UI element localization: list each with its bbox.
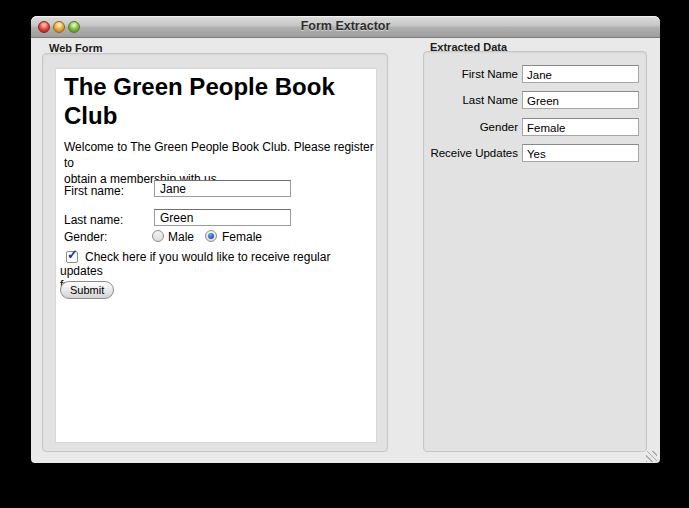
male-radio-label: Male [168, 230, 194, 244]
first-name-label: First name: [64, 184, 124, 198]
last-name-input[interactable] [154, 209, 291, 226]
last-name-result-field[interactable] [522, 91, 639, 109]
window-title: Form Extractor [31, 16, 660, 37]
checkmark-icon: ✓ [67, 248, 78, 262]
window-titlebar[interactable]: Form Extractor [31, 16, 660, 38]
extracted-row-receive-updates: Receive Updates [424, 144, 642, 162]
first-name-input[interactable] [154, 180, 291, 197]
last-name-label: Last name: [64, 213, 123, 227]
app-window: Form Extractor Web Form The Green People… [31, 16, 660, 463]
extracted-row-first-name: First Name [424, 65, 642, 83]
zoom-icon[interactable] [68, 21, 80, 33]
extracted-data-panel: First Name Last Name Gender Receive Upda… [423, 51, 647, 452]
receive-updates-result-field[interactable] [522, 144, 639, 162]
close-icon[interactable] [38, 21, 50, 33]
receive-updates-result-label: Receive Updates [424, 144, 518, 162]
web-form-panel: The Green People Book Club Welcome to Th… [42, 53, 388, 452]
minimize-icon[interactable] [53, 21, 65, 33]
extracted-row-last-name: Last Name [424, 91, 642, 109]
traffic-lights [38, 21, 80, 33]
resize-grip-icon[interactable] [646, 451, 657, 462]
female-radio[interactable] [205, 230, 217, 242]
female-radio-label: Female [222, 230, 262, 244]
male-radio[interactable] [152, 230, 164, 242]
first-name-result-label: First Name [424, 65, 518, 83]
submit-button[interactable]: Submit [60, 281, 114, 299]
first-name-result-field[interactable] [522, 65, 639, 83]
gender-result-label: Gender [424, 118, 518, 136]
gender-result-field[interactable] [522, 118, 639, 136]
gender-label: Gender: [64, 230, 107, 244]
last-name-result-label: Last Name [424, 91, 518, 109]
form-heading: The Green People Book Club [64, 72, 368, 130]
extracted-row-gender: Gender [424, 118, 642, 136]
web-view: The Green People Book Club Welcome to Th… [55, 68, 377, 443]
updates-checkbox[interactable]: ✓ [66, 251, 78, 263]
